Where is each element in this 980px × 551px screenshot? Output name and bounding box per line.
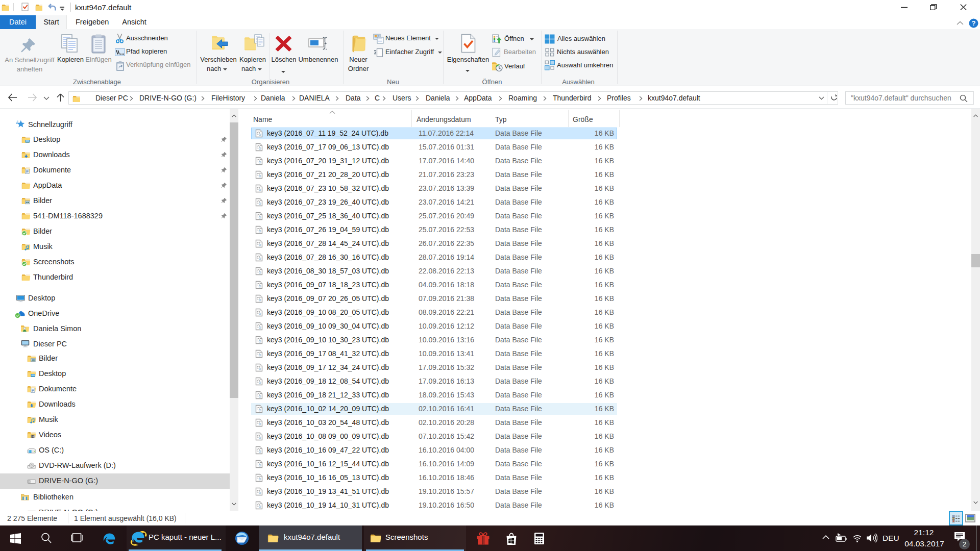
svg-text:?: ? bbox=[972, 19, 976, 27]
